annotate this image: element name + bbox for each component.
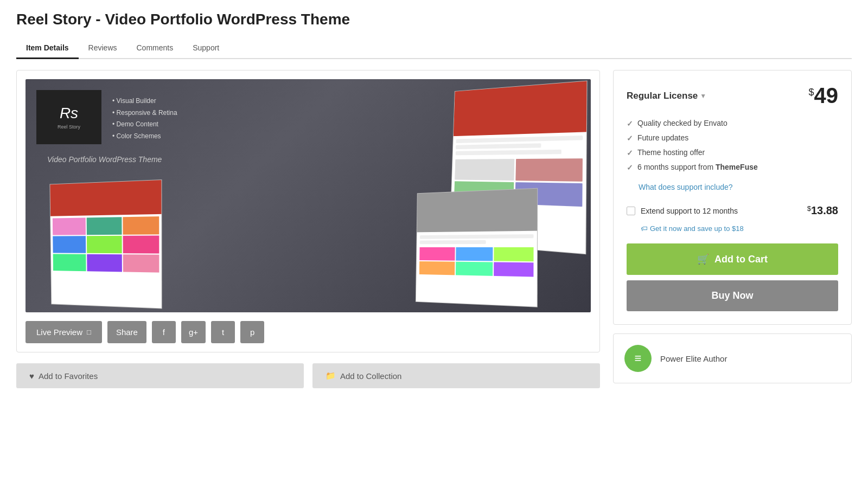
price-symbol: $ — [808, 87, 814, 98]
check-icon-2: ✓ — [627, 134, 633, 143]
gi — [87, 236, 122, 253]
author-badge-icon: ≡ — [635, 351, 642, 365]
main-content: Rs Reel Story • Visual Builder • Respons… — [16, 70, 852, 388]
mock-grid-item — [455, 159, 514, 181]
mock-screen-2-header — [50, 180, 161, 216]
tab-reviews[interactable]: Reviews — [79, 38, 127, 59]
preview-icon: □ — [87, 328, 91, 336]
price-display: $49 — [808, 84, 838, 108]
gi — [456, 262, 493, 276]
feature-text-3: Theme hosting offer — [637, 148, 705, 157]
buy-now-button[interactable]: Buy Now — [627, 280, 838, 311]
action-bar: Live Preview □ Share f g+ t p — [25, 321, 591, 343]
feature-item-3: ✓ Theme hosting offer — [627, 148, 838, 157]
gi — [53, 236, 86, 253]
gi — [419, 247, 455, 261]
gi — [456, 247, 493, 261]
features-list: ✓ Quality checked by Envato ✓ Future upd… — [627, 119, 838, 172]
tabs-nav: Item Details Reviews Comments Support — [16, 38, 852, 59]
gi — [123, 216, 159, 235]
pinterest-button[interactable]: p — [240, 321, 264, 343]
gi — [494, 247, 534, 261]
mock-screen-3-header — [417, 189, 538, 233]
mock-screen-2-grid — [50, 214, 161, 275]
feature-text-1: Quality checked by Envato — [637, 119, 727, 127]
logo-subtitle: Reel Story — [58, 124, 80, 130]
product-logo-block: Rs Reel Story — [36, 90, 101, 144]
add-to-cart-label: Add to Cart — [714, 254, 768, 265]
save-link[interactable]: 🏷 Get it now and save up to $18 — [641, 224, 838, 233]
author-title: Power Elite Author — [660, 354, 727, 363]
gi — [494, 262, 533, 277]
extend-left: Extend support to 12 months — [627, 207, 738, 215]
feature-text-4: 6 months support from ThemeFuse — [637, 163, 758, 171]
license-label: Regular License ▼ — [627, 91, 706, 101]
mock-line — [456, 143, 541, 149]
gi — [87, 254, 122, 272]
page-wrapper: Reel Story - Video Portfolio WordPress T… — [0, 0, 868, 488]
license-row: Regular License ▼ $49 — [627, 84, 838, 108]
feature-3: • Demo Content — [112, 119, 177, 131]
check-icon-3: ✓ — [627, 149, 633, 157]
save-link-text: Get it now and save up to $18 — [650, 224, 744, 233]
feature-item-4: ✓ 6 months support from ThemeFuse — [627, 163, 838, 172]
right-panel: Regular License ▼ $49 ✓ Quality checked … — [613, 70, 852, 383]
gi — [123, 254, 159, 272]
gi — [53, 217, 86, 235]
gi — [87, 217, 122, 235]
gi — [123, 235, 159, 253]
check-icon-1: ✓ — [627, 119, 633, 128]
gi — [419, 261, 455, 275]
mock-mini-grid — [419, 247, 534, 277]
author-badge: ≡ — [624, 345, 652, 372]
feature-4: • Color Schemes — [112, 131, 177, 143]
mock-screen-2 — [49, 179, 162, 309]
favorites-label: Add to Favorites — [39, 371, 98, 381]
bottom-action-row: ♥ Add to Favorites 📁 Add to Collection — [16, 363, 600, 388]
mock-line — [456, 150, 561, 156]
feature-item-1: ✓ Quality checked by Envato — [627, 119, 838, 128]
live-preview-label: Live Preview — [36, 328, 82, 337]
mock-line — [456, 136, 583, 143]
feature-text-2: Future updates — [637, 133, 688, 142]
add-to-cart-button[interactable]: 🛒 Add to Cart — [627, 243, 838, 275]
support-link[interactable]: What does support include? — [639, 183, 838, 191]
googleplus-button[interactable]: g+ — [181, 321, 206, 343]
live-preview-button[interactable]: Live Preview □ — [25, 321, 102, 343]
add-to-collection-button[interactable]: 📁 Add to Collection — [312, 363, 600, 388]
add-to-favorites-button[interactable]: ♥ Add to Favorites — [16, 363, 304, 388]
mock-line — [420, 240, 486, 244]
product-tagline: Video Portfolio WordPress Theme — [47, 155, 162, 164]
pricing-card: Regular License ▼ $49 ✓ Quality checked … — [613, 70, 852, 325]
mock-screen-3-body — [416, 231, 537, 280]
product-card: Rs Reel Story • Visual Builder • Respons… — [16, 70, 600, 352]
facebook-button[interactable]: f — [152, 321, 176, 343]
price-value: 49 — [814, 84, 839, 107]
tab-item-details[interactable]: Item Details — [16, 38, 79, 59]
tab-comments[interactable]: Comments — [127, 38, 183, 59]
extend-row: Extend support to 12 months $13.88 — [627, 200, 838, 221]
cart-icon: 🛒 — [697, 253, 709, 265]
share-button[interactable]: Share — [107, 321, 146, 343]
support-author: ThemeFuse — [716, 163, 758, 171]
extend-checkbox[interactable] — [627, 207, 635, 215]
mock-screen-1-header — [454, 81, 587, 137]
logo-initials: Rs — [60, 105, 78, 122]
extend-price: $13.88 — [807, 204, 838, 217]
license-text: Regular License — [627, 91, 698, 101]
author-card: ≡ Power Elite Author — [613, 333, 852, 383]
product-image: Rs Reel Story • Visual Builder • Respons… — [25, 79, 591, 312]
tab-support[interactable]: Support — [183, 38, 229, 59]
dropdown-icon[interactable]: ▼ — [700, 92, 706, 100]
check-icon-4: ✓ — [627, 163, 633, 172]
feature-item-2: ✓ Future updates — [627, 133, 838, 143]
feature-2: • Responsive & Retina — [112, 107, 177, 119]
feature-bullets: • Visual Builder • Responsive & Retina •… — [112, 95, 177, 142]
collection-icon: 📁 — [326, 371, 336, 381]
product-image-inner: Rs Reel Story • Visual Builder • Respons… — [25, 79, 591, 312]
mock-screen-3 — [416, 188, 538, 307]
twitter-button[interactable]: t — [211, 321, 235, 343]
heart-icon: ♥ — [29, 371, 34, 381]
extend-label: Extend support to 12 months — [641, 207, 738, 215]
mock-line — [420, 234, 534, 239]
